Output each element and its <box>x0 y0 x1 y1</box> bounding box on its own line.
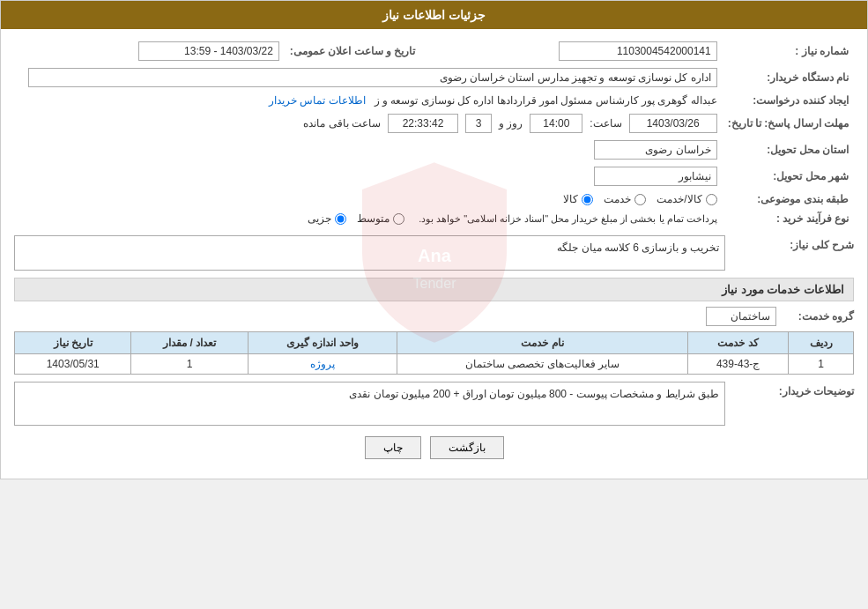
deadline-day-label: روز و <box>499 117 523 130</box>
cell-name: سایر فعالیت‌های تخصصی ساختمان <box>397 354 688 375</box>
col-header-date: تاریخ نیاز <box>15 332 131 354</box>
deadline-remaining-label: ساعت باقی مانده <box>303 117 381 130</box>
purchase-type-label: نوع فرآیند خرید : <box>723 209 854 228</box>
svg-text:Ana: Ana <box>418 246 452 265</box>
need-number-label: شماره نیاز : <box>723 38 854 64</box>
city-label: شهر محل تحویل: <box>723 163 854 189</box>
print-button[interactable]: چاپ <box>365 436 421 459</box>
buyer-org-value: اداره کل نوسازی توسعه و تجهیز مدارس استا… <box>28 68 717 87</box>
category-option-kala[interactable]: کالا <box>563 193 593 205</box>
province-label: استان محل تحویل: <box>723 137 854 163</box>
buyer-desc-label: توضیحات خریدار: <box>731 382 854 397</box>
category-label-kala: کالا <box>563 193 578 205</box>
category-radio-kala[interactable] <box>582 194 593 205</box>
buyer-desc-value: طبق شرایط و مشخصات پیوست - 800 میلیون تو… <box>14 382 725 426</box>
purchase-radio-jozii[interactable] <box>335 213 346 225</box>
announce-datetime-value: 1403/03/22 - 13:59 <box>138 41 279 61</box>
cell-row: 1 <box>789 354 854 375</box>
deadline-time: 14:00 <box>530 114 582 133</box>
cell-date: 1403/05/31 <box>15 354 131 375</box>
need-number-value: 1103004542000141 <box>559 41 717 61</box>
category-radio-khedmat[interactable] <box>634 194 646 205</box>
button-row: بازگشت چاپ <box>14 436 854 459</box>
page-title: جزئیات اطلاعات نیاز <box>382 8 486 22</box>
category-label-khedmat: خدمت <box>604 193 631 205</box>
creator-value: عبداله گوهری پور کارشناس مسئول امور قرار… <box>375 94 717 107</box>
category-label: طبقه بندی موضوعی: <box>723 189 854 209</box>
buyer-desc-row: توضیحات خریدار: طبق شرایط و مشخصات پیوست… <box>14 382 854 426</box>
svg-text:Tender: Tender <box>412 276 456 291</box>
cell-qty: 1 <box>131 354 248 375</box>
city-value: نیشابور <box>594 167 717 186</box>
watermark-shield: Ana Tender <box>346 156 523 353</box>
purchase-label-jozii: جزیی <box>308 212 331 225</box>
buyer-org-label: نام دستگاه خریدار: <box>723 64 854 91</box>
cell-code: ج-43-439 <box>688 354 789 375</box>
col-header-qty: تعداد / مقدار <box>131 332 248 354</box>
category-option-khedmat[interactable]: خدمت <box>604 193 646 205</box>
announce-datetime-label: تاریخ و ساعت اعلان عمومی: <box>285 38 420 64</box>
page-header: جزئیات اطلاعات نیاز <box>1 1 867 29</box>
deadline-remaining: 22:33:42 <box>388 114 458 133</box>
table-row: 1ج-43-439سایر فعالیت‌های تخصصی ساختمانپر… <box>15 354 854 375</box>
buyer-desc-value-container: طبق شرایط و مشخصات پیوست - 800 میلیون تو… <box>14 382 725 426</box>
creator-label: ایجاد کننده درخواست: <box>723 91 854 110</box>
cell-unit: پروژه <box>248 354 397 375</box>
back-button[interactable]: بازگشت <box>430 436 504 459</box>
category-option-kala-khedmat[interactable]: کالا/خدمت <box>657 193 716 205</box>
category-label-kala-khedmat: کالا/خدمت <box>657 193 701 205</box>
service-group-value: ساختمان <box>706 307 776 326</box>
province-value: خراسان رضوی <box>594 140 717 160</box>
deadline-date: 1403/03/26 <box>629 114 717 133</box>
deadline-label: مهلت ارسال پاسخ: تا تاریخ: <box>723 110 854 137</box>
creator-contact-link[interactable]: اطلاعات تماس خریدار <box>269 94 366 107</box>
col-header-code: کد خدمت <box>688 332 789 354</box>
service-group-label: گروه خدمت: <box>783 310 854 323</box>
deadline-time-label: ساعت: <box>590 117 621 130</box>
category-radio-kala-khedmat[interactable] <box>706 194 717 205</box>
deadline-days: 3 <box>465 114 492 133</box>
col-header-row: ردیف <box>789 332 854 354</box>
description-label: شرح کلی نیاز: <box>731 235 854 251</box>
purchase-option-jozii[interactable]: جزیی <box>308 212 346 225</box>
